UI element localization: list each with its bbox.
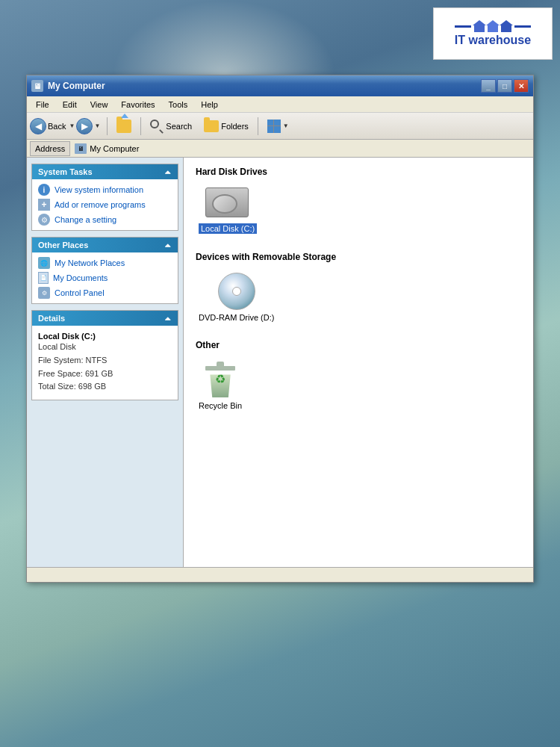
address-content[interactable]: 🖥 My Computer [75,143,530,154]
window-icon: 🖥 [31,80,43,92]
details-freespace: Free Space: 691 GB [38,368,172,381]
view-system-info-link[interactable]: i View system information [38,184,172,196]
logo-line-left [455,25,471,28]
search-handle [159,129,164,134]
toolbar-separator-2 [140,117,141,135]
dvd-ram-label: DVD-RAM Drive (D:) [199,313,274,322]
system-tasks-title: System Tasks [38,167,93,176]
forward-dropdown[interactable]: ▼ [94,123,100,129]
search-label: Search [166,122,192,131]
toolbar-separator-1 [107,117,108,135]
recycle-icon-shape: ♻ [204,362,237,397]
back-label: Back [48,122,66,131]
local-disk-c-label: Local Disk (C:) [199,223,257,234]
system-tasks-chevron: ⏶ [164,168,172,176]
details-info-block: File System: NTFS Free Space: 691 GB Tot… [38,354,172,394]
view-grid-icon [267,120,281,133]
folders-button[interactable]: Folders [199,116,254,137]
system-tasks-header[interactable]: System Tasks ⏶ [32,164,178,179]
add-icon: + [38,199,50,211]
right-panel: Hard Disk Drives Local Disk (C:) Devices… [184,158,533,567]
forward-button[interactable]: ▶ [76,118,93,134]
menu-file[interactable]: File [30,99,55,111]
back-dropdown[interactable]: ▼ [69,123,75,129]
window-title: My Computer [48,81,476,91]
back-button[interactable]: ◀ [30,118,46,134]
dvd-ram-drive-item[interactable]: DVD-RAM Drive (D:) [196,270,277,325]
title-bar: 🖥 My Computer _ □ ✕ [27,75,533,96]
details-section: Details ⏶ Local Disk (C:) Local Disk Fil… [31,310,178,400]
other-section: Other ♻ [196,340,521,413]
logo-house-3 [500,20,512,32]
house-roof-3 [500,20,513,25]
toolbar-separator-3 [258,117,258,135]
house-body-2 [488,25,498,32]
my-documents-link[interactable]: 📄 My Documents [38,272,172,284]
dvd-icon [218,273,255,310]
recycle-arrows: ♻ [215,372,225,386]
menu-view[interactable]: View [84,99,114,111]
up-folder-icon [116,120,131,133]
system-tasks-section: System Tasks ⏶ i View system information… [31,164,178,231]
logo-house-2 [487,20,499,32]
logo-warehouse: warehouse [469,34,532,46]
menu-edit[interactable]: Edit [57,99,83,111]
local-disk-c-item[interactable]: Local Disk (C:) [196,185,260,237]
recycle-icon-container: ♻ [203,361,237,398]
minimize-button[interactable]: _ [481,79,496,93]
docs-icon: 📄 [38,272,49,284]
toolbar: ◀ Back ▼ ▶ ▼ Search Folders [27,113,533,140]
details-filesystem: File System: NTFS [38,354,172,368]
details-header[interactable]: Details ⏶ [32,311,178,326]
menu-tools[interactable]: Tools [163,99,194,111]
logo-text: IT warehouse [455,34,531,47]
other-items-row: ♻ Recycle Bin [196,358,521,413]
up-folder-button[interactable] [111,116,137,137]
my-network-places-label: My Network Places [55,258,125,267]
cp-icon: ⚙ [38,287,50,299]
recycle-bin-item[interactable]: ♻ Recycle Bin [196,358,245,413]
add-remove-programs-link[interactable]: + Add or remove programs [38,199,172,211]
my-network-places-link[interactable]: 🌐 My Network Places [38,257,172,269]
menu-favorites[interactable]: Favorites [115,99,161,111]
house-body-3 [501,25,511,32]
menu-bar: File Edit View Favorites Tools Help [27,96,533,113]
details-totalsize: Total Size: 698 GB [38,380,172,394]
hard-disk-header: Hard Disk Drives [196,167,521,177]
logo-house-1 [473,20,485,32]
recycle-bin-handle [217,362,224,366]
maximize-button[interactable]: □ [497,79,512,93]
change-setting-link[interactable]: ⚙ Change a setting [38,214,172,226]
view-dropdown[interactable]: ▼ [283,123,289,129]
search-button[interactable]: Search [145,116,197,137]
title-bar-buttons: _ □ ✕ [481,79,529,93]
change-setting-label: Change a setting [55,215,116,224]
view-system-info-label: View system information [55,185,143,194]
folders-label: Folders [221,122,249,131]
my-computer-window: 🖥 My Computer _ □ ✕ File Edit View Favor… [26,75,534,583]
close-button[interactable]: ✕ [514,79,529,93]
hard-disk-drives-row: Local Disk (C:) [196,185,521,237]
local-disk-c-icon-container [205,187,250,220]
other-places-header[interactable]: Other Places ⏶ [32,238,178,252]
menu-help[interactable]: Help [195,99,224,111]
settings-icon: ⚙ [38,214,50,226]
info-icon: i [38,184,50,196]
removable-drives-row: DVD-RAM Drive (D:) [196,270,521,325]
recycle-bin-label: Recycle Bin [199,401,242,410]
up-arrow [121,114,128,118]
left-panel: System Tasks ⏶ i View system information… [27,158,184,567]
status-bar [27,567,533,582]
house-roof-2 [486,20,500,25]
logo-houses [473,20,512,32]
details-disk-name: Local Disk (C:) [38,332,172,341]
logo-box: IT warehouse [433,7,553,60]
other-places-title: Other Places [38,241,88,249]
view-button[interactable]: ▼ [262,116,294,137]
control-panel-link[interactable]: ⚙ Control Panel [38,287,172,299]
details-title-header: Details [38,314,65,323]
content-area: System Tasks ⏶ i View system information… [27,158,533,567]
add-remove-label: Add or remove programs [55,200,146,209]
house-body-1 [474,25,485,32]
details-body: Local Disk (C:) Local Disk File System: … [32,326,178,400]
